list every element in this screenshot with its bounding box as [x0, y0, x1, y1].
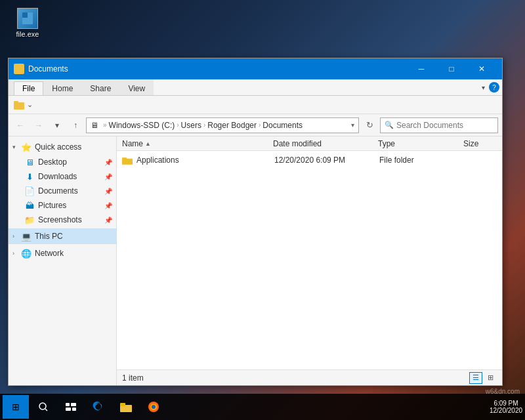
desktop: file.exe w6&dn.com Documents ─ □ ✕	[0, 0, 525, 420]
taskbar-edge-button[interactable]	[85, 395, 112, 419]
sidebar-item-desktop[interactable]: 🖥 Desktop 📌	[9, 155, 116, 169]
up-button[interactable]: ↑	[68, 117, 83, 133]
file-name: Applications	[136, 156, 274, 165]
tab-share[interactable]: Share	[81, 81, 119, 95]
ribbon-expand-button[interactable]: ▾	[478, 83, 489, 93]
svg-point-19	[152, 405, 156, 409]
table-row[interactable]: Applications 12/20/2020 6:09 PM File fol…	[117, 152, 502, 168]
pictures-sidebar-icon: 🏔	[24, 200, 35, 211]
sidebar-item-documents[interactable]: 📄 Documents 📌	[9, 184, 116, 198]
column-header-name[interactable]: Name ▲	[122, 139, 273, 148]
svg-rect-5	[14, 101, 18, 104]
file-date: 12/20/2020 6:09 PM	[274, 156, 379, 165]
search-input[interactable]	[396, 121, 495, 130]
title-bar-icon	[14, 64, 24, 74]
ribbon: File Home Share View ▾ ?	[9, 79, 502, 96]
explorer-window: Documents ─ □ ✕ File Home Share View ▾ ?	[8, 58, 503, 386]
sidebar-item-pictures[interactable]: 🏔 Pictures 📌	[9, 198, 116, 213]
sidebar-quick-access: ▾ ⭐ Quick access 🖥 Desktop 📌 ⬇ Downloads…	[9, 139, 116, 227]
sidebar-this-pc-header[interactable]: › 💻 This PC	[9, 228, 116, 244]
sidebar: ▾ ⭐ Quick access 🖥 Desktop 📌 ⬇ Downloads…	[9, 136, 117, 385]
column-header-date[interactable]: Date modified	[273, 139, 378, 148]
minimize-button[interactable]: ─	[406, 58, 436, 79]
path-segment-users: Users	[181, 121, 201, 130]
this-pc-icon: 💻	[21, 231, 32, 242]
quick-access-label: Quick access	[35, 142, 112, 152]
refresh-button[interactable]: ↻	[362, 117, 377, 133]
recent-locations-button[interactable]: ▾	[49, 117, 65, 133]
sidebar-item-downloads[interactable]: ⬇ Downloads 📌	[9, 169, 116, 184]
tab-home[interactable]: Home	[43, 81, 81, 95]
sidebar-item-screenshots[interactable]: 📁 Screenshots 📌	[9, 213, 116, 227]
col-size-label: Size	[463, 139, 478, 148]
search-box[interactable]: 🔍	[380, 117, 498, 133]
svg-point-9	[39, 403, 46, 410]
taskbar-task-view-button[interactable]	[58, 395, 84, 419]
svg-rect-14	[72, 408, 76, 411]
desktop-sidebar-icon: 🖥	[24, 157, 35, 167]
start-button[interactable]: ⊞	[3, 395, 29, 419]
address-path[interactable]: 🖥 » Windows-SSD (C:) › Users › Roger Bod…	[86, 117, 359, 133]
sidebar-desktop-label: Desktop	[38, 158, 104, 167]
svg-rect-1	[22, 12, 28, 18]
this-pc-expand-icon: ›	[12, 233, 19, 240]
sort-arrow-icon: ▲	[145, 140, 151, 147]
taskbar-file-explorer-button[interactable]	[113, 395, 139, 419]
taskbar-clock[interactable]: 6:09 PM 12/20/2020	[490, 395, 522, 419]
details-view-button[interactable]: ☰	[469, 372, 482, 384]
tab-file[interactable]: File	[14, 81, 43, 95]
svg-rect-3	[14, 66, 18, 69]
col-type-label: Type	[378, 139, 395, 148]
main-content: ▾ ⭐ Quick access 🖥 Desktop 📌 ⬇ Downloads…	[9, 136, 502, 385]
view-buttons: ☰ ⊞	[469, 372, 497, 384]
path-segment-folder: Documents	[262, 121, 303, 130]
quick-access-expand-icon: ▾	[12, 144, 19, 150]
col-name-label: Name	[122, 139, 143, 148]
pin-icon-2: 📌	[104, 173, 112, 180]
network-expand-icon: ›	[12, 250, 19, 257]
sidebar-this-pc: › 💻 This PC	[9, 228, 116, 244]
address-bar: ← → ▾ ↑ 🖥 » Windows-SSD (C:) › Users › R…	[9, 114, 502, 136]
window-controls: ─ □ ✕	[406, 58, 497, 79]
network-icon: 🌐	[21, 248, 32, 259]
tab-view[interactable]: View	[119, 81, 154, 95]
quick-toolbar: ⌄	[9, 96, 502, 114]
file-list-header: Name ▲ Date modified Type Size	[117, 136, 502, 151]
path-drive-icon: 🖥	[91, 121, 98, 130]
file-type: File folder	[379, 156, 465, 165]
path-segment-drive: Windows-SSD (C:)	[109, 121, 175, 130]
path-dropdown-button[interactable]: ▾	[351, 121, 354, 129]
sidebar-quick-access-header[interactable]: ▾ ⭐ Quick access	[9, 139, 116, 155]
pin-icon-3: 📌	[104, 188, 112, 195]
file-area: Name ▲ Date modified Type Size	[117, 136, 502, 385]
taskbar-firefox-button[interactable]	[140, 395, 167, 419]
screenshots-sidebar-icon: 📁	[24, 215, 35, 225]
pin-icon-4: 📌	[104, 202, 112, 209]
svg-line-10	[45, 409, 47, 411]
help-button[interactable]: ?	[489, 82, 499, 93]
window-title: Documents	[28, 64, 406, 74]
taskbar-search-button[interactable]	[30, 395, 56, 419]
desktop-icon-file[interactable]: file.exe	[8, 8, 47, 38]
quick-access-label: ⌄	[27, 100, 33, 109]
folder-icon	[12, 98, 26, 112]
ribbon-tabs: File Home Share View	[9, 79, 154, 95]
forward-button[interactable]: →	[31, 117, 47, 133]
search-icon: 🔍	[385, 121, 394, 129]
desktop-icon-label: file.exe	[16, 30, 39, 38]
maximize-button[interactable]: □	[436, 58, 467, 79]
back-button[interactable]: ←	[12, 117, 28, 133]
status-text: 1 item	[122, 373, 469, 383]
svg-rect-12	[71, 403, 76, 406]
tiles-view-button[interactable]: ⊞	[484, 372, 497, 384]
close-button[interactable]: ✕	[467, 58, 497, 79]
pin-icon: 📌	[104, 159, 112, 166]
status-bar: 1 item ☰ ⊞	[117, 369, 502, 385]
column-header-type[interactable]: Type	[378, 139, 463, 148]
file-folder-icon	[122, 155, 133, 165]
sidebar-downloads-label: Downloads	[38, 172, 104, 181]
sidebar-network-header[interactable]: › 🌐 Network	[9, 245, 116, 261]
file-icon	[17, 8, 38, 29]
column-header-size[interactable]: Size	[463, 139, 497, 148]
ribbon-tabs-row: File Home Share View ▾ ?	[9, 79, 502, 95]
